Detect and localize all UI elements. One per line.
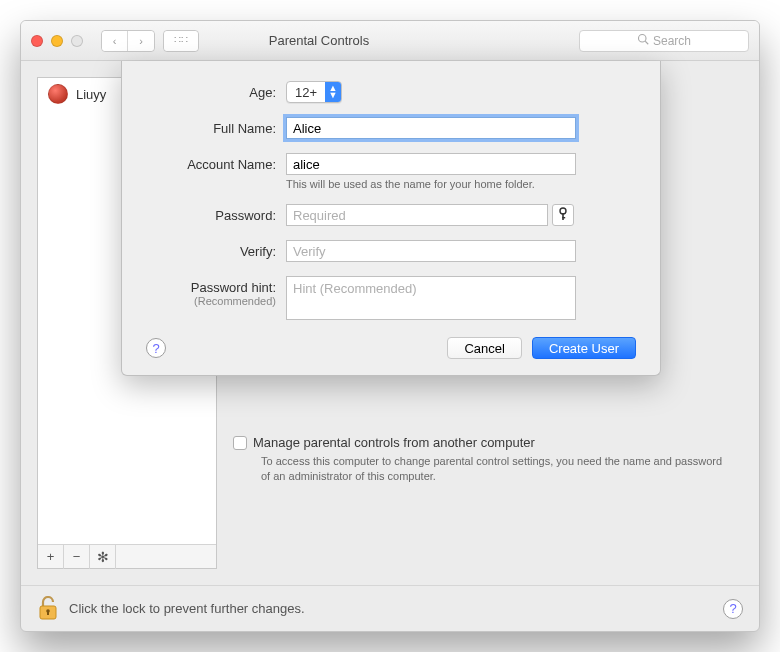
full-name-input[interactable] bbox=[286, 117, 576, 139]
close-window-icon[interactable] bbox=[31, 35, 43, 47]
svg-rect-4 bbox=[47, 611, 49, 615]
key-icon bbox=[557, 207, 569, 224]
password-input[interactable] bbox=[286, 204, 548, 226]
footer: Click the lock to prevent further change… bbox=[21, 585, 759, 631]
manage-remote-help: To access this computer to change parent… bbox=[261, 454, 733, 485]
chevron-updown-icon: ▲▼ bbox=[325, 82, 341, 102]
sheet-help-button[interactable]: ? bbox=[146, 338, 166, 358]
sidebar-item-label: Liuyy bbox=[76, 87, 106, 102]
add-user-button[interactable]: + bbox=[38, 545, 64, 569]
search-icon bbox=[637, 33, 649, 48]
verify-input[interactable] bbox=[286, 240, 576, 262]
create-user-button[interactable]: Create User bbox=[532, 337, 636, 359]
cancel-button[interactable]: Cancel bbox=[447, 337, 521, 359]
hint-sublabel: (Recommended) bbox=[146, 295, 276, 307]
hint-label: Password hint: (Recommended) bbox=[146, 276, 286, 307]
account-name-input[interactable] bbox=[286, 153, 576, 175]
lock-text: Click the lock to prevent further change… bbox=[69, 601, 305, 616]
avatar bbox=[48, 84, 68, 104]
svg-rect-7 bbox=[562, 217, 565, 218]
manage-remote-label: Manage parental controls from another co… bbox=[253, 435, 535, 450]
svg-rect-6 bbox=[562, 213, 564, 220]
window-title: Parental Controls bbox=[67, 33, 571, 48]
svg-point-0 bbox=[638, 35, 646, 43]
help-button[interactable]: ? bbox=[723, 599, 743, 619]
sidebar-toolbar: + − ✻ bbox=[38, 544, 216, 568]
account-name-hint: This will be used as the name for your h… bbox=[286, 178, 636, 190]
preferences-window: ‹ › ∷∷ Parental Controls Search Liuyy + bbox=[20, 20, 760, 632]
password-assistant-button[interactable] bbox=[552, 204, 574, 226]
hint-textarea[interactable] bbox=[286, 276, 576, 320]
titlebar: ‹ › ∷∷ Parental Controls Search bbox=[21, 21, 759, 61]
create-user-sheet: Age: 12+ ▲▼ Full Name: Account Name: Thi… bbox=[121, 61, 661, 376]
age-select[interactable]: 12+ ▲▼ bbox=[286, 81, 342, 103]
full-name-label: Full Name: bbox=[146, 117, 286, 136]
minimize-window-icon[interactable] bbox=[51, 35, 63, 47]
age-label: Age: bbox=[146, 81, 286, 100]
manage-remote-section: Manage parental controls from another co… bbox=[233, 435, 733, 485]
action-menu-button[interactable]: ✻ bbox=[90, 545, 116, 569]
password-label: Password: bbox=[146, 204, 286, 223]
account-name-label: Account Name: bbox=[146, 153, 286, 172]
search-placeholder: Search bbox=[653, 34, 691, 48]
verify-label: Verify: bbox=[146, 240, 286, 259]
svg-line-1 bbox=[645, 41, 648, 44]
lock-icon[interactable] bbox=[37, 596, 59, 622]
age-select-value: 12+ bbox=[287, 85, 325, 100]
search-input[interactable]: Search bbox=[579, 30, 749, 52]
manage-remote-checkbox[interactable] bbox=[233, 436, 247, 450]
remove-user-button[interactable]: − bbox=[64, 545, 90, 569]
